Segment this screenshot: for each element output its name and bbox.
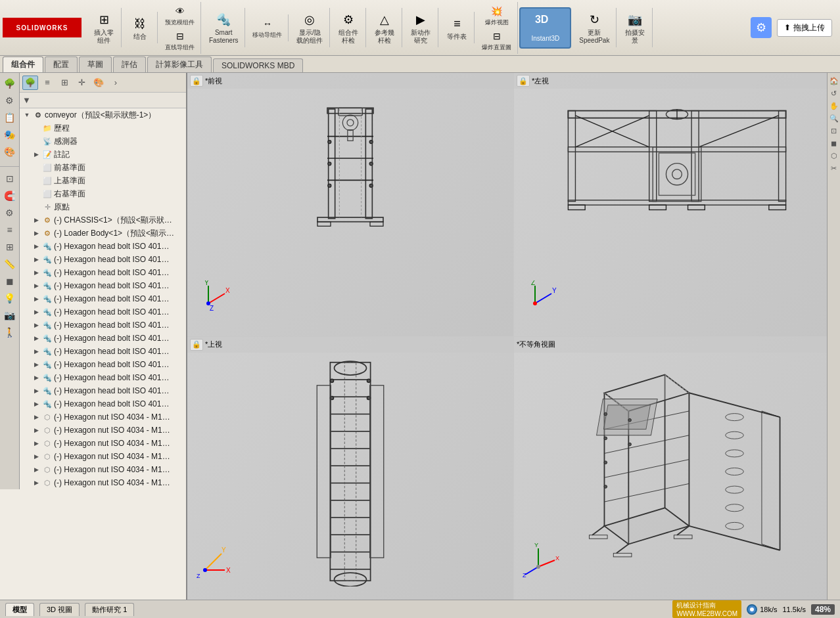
section-view-icon[interactable]: ✂	[829, 163, 839, 173]
settings-icon[interactable]: ⚙	[2, 205, 18, 221]
fm-grid-btn[interactable]: ⊞	[57, 76, 72, 90]
tree-item-top-plane[interactable]: ⬜ 上基準面	[20, 174, 187, 187]
view-toggle[interactable]: ⊡	[2, 171, 18, 187]
bolt7-arrow[interactable]: ▶	[32, 320, 41, 330]
fm-tree-btn[interactable]: 🌳	[22, 76, 38, 90]
tree-item-loader-body[interactable]: ▶ ⚙ (-) Loader Body<1>（預設<顯示…	[20, 227, 187, 240]
nut1-arrow[interactable]: ▶	[32, 412, 41, 422]
tree-item-nut4[interactable]: ▶ ⬡ (-) Hexagon nut ISO 4034 - M1…	[20, 450, 187, 463]
bolt4-arrow[interactable]: ▶	[32, 281, 41, 290]
grid-icon[interactable]: ⊞	[2, 239, 18, 255]
collapse-btn[interactable]: ⊟ 爆炸直置圖	[480, 28, 513, 53]
front-view-pane[interactable]: 🔒 *前視	[187, 73, 513, 336]
camera2-icon[interactable]: 📷	[2, 307, 18, 323]
bolt1-arrow[interactable]: ▶	[32, 242, 41, 251]
feature-manager-tab[interactable]: 🌳	[2, 76, 18, 91]
bolt3-arrow[interactable]: ▶	[32, 268, 41, 277]
preview-btn[interactable]: 👁 预览模组件	[163, 3, 197, 28]
filter-icon[interactable]: ▼	[22, 95, 31, 105]
zoom-icon[interactable]: 🔍	[829, 113, 839, 123]
light-icon[interactable]: 💡	[2, 290, 18, 306]
bolt10-arrow[interactable]: ▶	[32, 360, 41, 369]
fm-search-btn[interactable]: ✛	[74, 76, 89, 90]
upload-btn[interactable]: ⬆ 拖拽上传	[777, 19, 832, 37]
camera-btn[interactable]: 📷 拍摄安景	[622, 9, 648, 46]
status-tab-motion[interactable]: 動作研究 1	[85, 603, 134, 616]
tree-item-bolt12[interactable]: ▶ 🔩 (-) Hexagon head bolt ISO 401…	[20, 384, 187, 397]
tree-item-nut1[interactable]: ▶ ⬡ (-) Hexagon nut ISO 4034 - M1…	[20, 410, 187, 424]
nut4-arrow[interactable]: ▶	[32, 452, 41, 461]
bolt8-arrow[interactable]: ▶	[32, 334, 41, 343]
status-tab-3d[interactable]: 3D 視圖	[39, 603, 80, 616]
tree-item-nut2[interactable]: ▶ ⬡ (-) Hexagon nut ISO 4034 - M1…	[20, 424, 187, 437]
tree-item-bolt5[interactable]: ▶ 🔩 (-) Hexagon head bolt ISO 401…	[20, 292, 187, 305]
magnet-icon[interactable]: 🧲	[2, 188, 18, 204]
explode-view-btn[interactable]: 💥 爆炸视图	[480, 3, 513, 28]
tree-item-bolt7[interactable]: ▶ 🔩 (-) Hexagon head bolt ISO 401…	[20, 319, 187, 332]
tree-root-item[interactable]: ▼ ⚙ conveyor（預設<顯示狀態-1>）	[20, 108, 187, 121]
iso-view-pane[interactable]: *不等角視圖	[514, 337, 840, 600]
reference-btn[interactable]: △ 参考幾杆检	[371, 9, 398, 46]
tree-item-nut5[interactable]: ▶ ⬡ (-) Hexagon nut ISO 4034 - M1…	[20, 463, 187, 476]
fm-list-btn[interactable]: ≡	[39, 76, 55, 90]
search-icon[interactable]: ⚙	[751, 17, 772, 38]
nut5-arrow[interactable]: ▶	[32, 465, 41, 474]
config-manager-tab[interactable]: ⚙	[2, 93, 18, 108]
property-tab[interactable]: 📋	[2, 110, 18, 125]
loader-body-arrow[interactable]: ▶	[32, 229, 41, 238]
tree-item-bolt13[interactable]: ▶ 🔩 (-) Hexagon head bolt ISO 401…	[20, 397, 187, 410]
fit-view-icon[interactable]: ⊡	[829, 125, 839, 136]
bolt13-arrow[interactable]: ▶	[32, 399, 41, 408]
tree-item-bolt8[interactable]: ▶ 🔩 (-) Hexagon head bolt ISO 401…	[20, 332, 187, 345]
tab-assembly[interactable]: 组合件	[3, 56, 43, 72]
tree-item-bolt9[interactable]: ▶ 🔩 (-) Hexagon head bolt ISO 401…	[20, 345, 187, 358]
view-home-icon[interactable]: 🏠	[829, 76, 839, 86]
tree-item-sensors[interactable]: 📡 感測器	[20, 135, 187, 148]
bolt9-arrow[interactable]: ▶	[32, 347, 41, 356]
update-speedpak-btn[interactable]: ↻ 更新SpeedPak	[576, 9, 612, 46]
tree-item-nut3[interactable]: ▶ ⬡ (-) Hexagon nut ISO 4034 - M1…	[20, 437, 187, 450]
mate-btn[interactable]: ⛓ 结合	[127, 13, 153, 42]
tree-item-nut6[interactable]: ▶ ⬡ (-) Hexagon nut ISO 4034 - M1…	[20, 476, 187, 489]
tree-item-bolt10[interactable]: ▶ 🔩 (-) Hexagon head bolt ISO 401…	[20, 358, 187, 371]
rotate-view-icon[interactable]: ↺	[829, 88, 839, 99]
tree-item-bolt2[interactable]: ▶ 🔩 (-) Hexagon head bolt ISO 401…	[20, 253, 187, 266]
tree-item-chassis[interactable]: ▶ ⚙ (-) CHASSIS<1>（預設<顯示狀…	[20, 213, 187, 227]
linear-pattern-btn[interactable]: ⊟ 直线导组件	[163, 28, 197, 53]
walk-icon[interactable]: 🚶	[2, 324, 18, 340]
tab-cad-tools[interactable]: 計算影像工具	[147, 56, 212, 72]
material-icon[interactable]: ◼	[2, 273, 18, 289]
tree-item-bolt6[interactable]: ▶ 🔩 (-) Hexagon head bolt ISO 401…	[20, 305, 187, 319]
tree-item-bolt11[interactable]: ▶ 🔩 (-) Hexagon head bolt ISO 401…	[20, 371, 187, 384]
tree-item-bolt4[interactable]: ▶ 🔩 (-) Hexagon head bolt ISO 401…	[20, 279, 187, 292]
left-view-pane[interactable]: 🔒 *左視	[514, 73, 840, 336]
root-expand-arrow[interactable]: ▼	[22, 110, 32, 120]
tree-item-annotations[interactable]: ▶ 📝 註記	[20, 148, 187, 161]
pan-icon[interactable]: ✋	[829, 100, 839, 111]
scene-tab[interactable]: 🎭	[2, 127, 18, 143]
nut2-arrow[interactable]: ▶	[32, 426, 41, 435]
tab-solidworks-mbd[interactable]: SOLIDWORKS MBD	[213, 58, 303, 72]
bolt2-arrow[interactable]: ▶	[32, 255, 41, 264]
tab-config[interactable]: 配置	[45, 56, 78, 72]
bolt12-arrow[interactable]: ▶	[32, 386, 41, 395]
nut3-arrow[interactable]: ▶	[32, 439, 41, 448]
measure-icon[interactable]: 📏	[2, 256, 18, 272]
bolt6-arrow[interactable]: ▶	[32, 307, 41, 317]
chassis-arrow[interactable]: ▶	[32, 215, 41, 225]
status-tab-model[interactable]: 模型	[5, 603, 34, 616]
display-style-icon[interactable]: ⬡	[829, 150, 839, 161]
move-component-btn[interactable]: ↔ 移动导组件	[250, 16, 284, 40]
instant3d-btn[interactable]: 3D Instant3D	[526, 11, 565, 45]
show-hide-btn[interactable]: ◎ 显示/隐载的组件	[294, 9, 325, 46]
tree-item-front-plane[interactable]: ⬜ 前基準面	[20, 161, 187, 174]
tree-item-right-plane[interactable]: ⬜ 右基準面	[20, 187, 187, 200]
tab-drawing[interactable]: 草圖	[79, 56, 112, 72]
tree-item-bolt3[interactable]: ▶ 🔩 (-) Hexagon head bolt ISO 401…	[20, 266, 187, 279]
smart-fasteners-btn[interactable]: 🔩 SmartFasteners	[206, 9, 241, 46]
layers-icon[interactable]: ≡	[2, 222, 18, 238]
top-view-pane[interactable]: 🔒 *上視	[187, 337, 513, 600]
tree-item-origin[interactable]: ✛ 原點	[20, 200, 187, 213]
view-options-icon[interactable]: ◼	[829, 138, 839, 148]
insert-component-btn[interactable]: ⊞ 插入零组件	[91, 9, 117, 46]
